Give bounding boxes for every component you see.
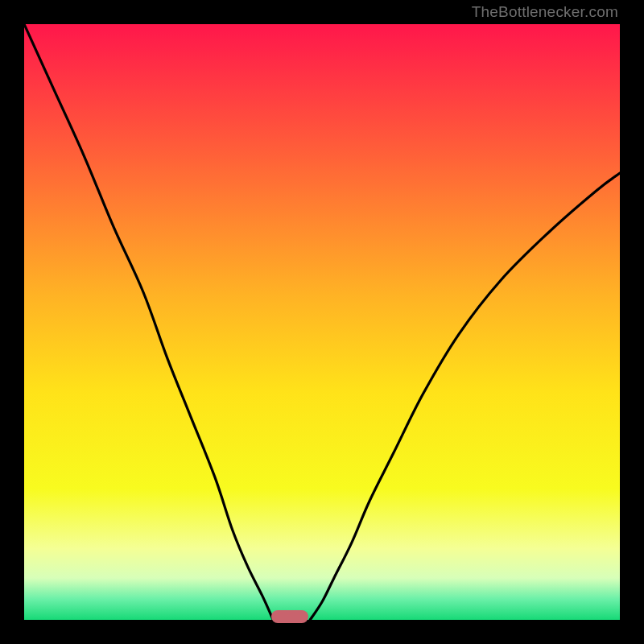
curve-left-branch — [24, 24, 273, 620]
watermark-text: TheBottlenecker.com — [472, 3, 618, 21]
curve-layer — [24, 24, 620, 620]
curve-right-branch — [310, 173, 620, 620]
plot-frame — [24, 24, 620, 620]
bottleneck-marker — [271, 610, 308, 623]
